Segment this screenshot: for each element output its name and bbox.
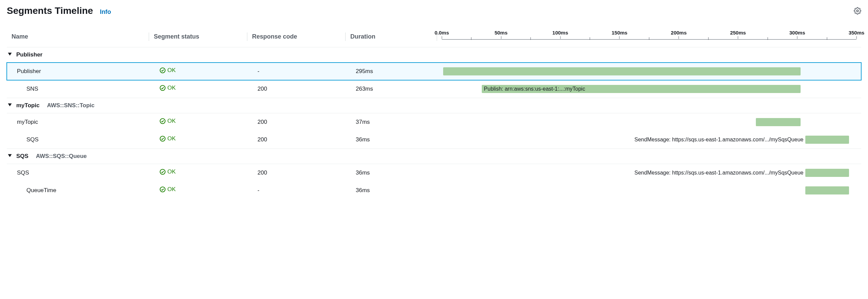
timeline-table: Name Segment status Response code Durati… — [7, 26, 861, 199]
segment-status: OK — [149, 115, 247, 129]
response-code: 200 — [247, 83, 346, 95]
page-header: Segments Timeline Info — [7, 5, 861, 16]
duration: 36ms — [346, 167, 437, 179]
timeline-bar[interactable] — [756, 118, 801, 126]
segment-name: SNS — [7, 83, 149, 95]
timeline-bar-cell: Publish: arn:aws:sns:us-east-1:...:myTop… — [437, 84, 861, 94]
response-code: - — [247, 184, 346, 197]
caret-down-icon[interactable] — [7, 153, 12, 160]
duration: 36ms — [346, 184, 437, 197]
axis-tick: 100ms — [552, 30, 568, 39]
duration: 37ms — [346, 116, 437, 128]
bar-label: Publish: arn:aws:sns:us-east-1:...:myTop… — [484, 86, 585, 92]
axis-tick: 250ms — [730, 30, 746, 39]
timeline-bar-cell — [437, 186, 861, 195]
group-name: Publisher — [16, 51, 42, 58]
timeline-bar-cell: SendMessage: https://sqs.us-east-1.amazo… — [437, 135, 861, 144]
group-header[interactable]: SQSAWS::SQS::Queue — [7, 148, 861, 164]
table-row[interactable]: QueueTimeOK-36ms — [7, 182, 861, 199]
group-name: SQS — [16, 153, 28, 160]
response-code: 200 — [247, 167, 346, 179]
axis-tick: 350ms — [849, 30, 865, 39]
segment-name: SQS — [7, 134, 149, 146]
segment-status: OK — [149, 133, 247, 146]
axis-tick: 300ms — [789, 30, 805, 39]
duration: 263ms — [346, 83, 437, 95]
caret-down-icon[interactable] — [7, 102, 12, 109]
caret-down-icon[interactable] — [7, 51, 12, 58]
group-type: AWS::SQS::Queue — [36, 153, 87, 160]
svg-point-0 — [856, 10, 859, 12]
segment-status: OK — [149, 64, 247, 78]
segment-name: Publisher — [7, 65, 149, 77]
group-type: AWS::SNS::Topic — [47, 102, 95, 109]
table-row[interactable]: SQSOK20036msSendMessage: https://sqs.us-… — [7, 164, 861, 182]
response-code: 200 — [247, 116, 346, 128]
page-title: Segments Timeline — [7, 5, 93, 16]
timeline-bar[interactable] — [805, 186, 849, 194]
group-name: myTopic — [16, 102, 40, 109]
timeline-bar[interactable]: Publish: arn:aws:sns:us-east-1:...:myTop… — [482, 85, 801, 93]
segment-name: QueueTime — [7, 184, 149, 197]
segment-status: OK — [149, 183, 247, 197]
axis-tick: 200ms — [671, 30, 687, 39]
axis-tick: 50ms — [495, 30, 508, 39]
info-link[interactable]: Info — [100, 8, 111, 16]
column-headers: Name Segment status Response code Durati… — [7, 26, 861, 47]
col-status: Segment status — [149, 30, 247, 44]
bar-label: SendMessage: https://sqs.us-east-1.amazo… — [635, 137, 804, 143]
gear-icon[interactable] — [854, 7, 861, 15]
table-row[interactable]: myTopicOK20037ms — [7, 113, 861, 131]
duration: 36ms — [346, 134, 437, 146]
axis-tick: 150ms — [612, 30, 627, 39]
col-response: Response code — [247, 30, 346, 44]
timeline-bar-cell: SendMessage: https://sqs.us-east-1.amazo… — [437, 168, 861, 178]
col-name: Name — [7, 30, 149, 44]
table-row[interactable]: SNSOK200263msPublish: arn:aws:sns:us-eas… — [7, 80, 861, 98]
response-code: 200 — [247, 134, 346, 146]
response-code: - — [247, 65, 346, 77]
segment-status: OK — [149, 82, 247, 96]
group-header[interactable]: Publisher — [7, 47, 861, 63]
timeline-bar[interactable] — [805, 169, 849, 177]
timeline-bar-cell — [437, 67, 861, 76]
timeline-bar-cell — [437, 117, 861, 127]
table-row[interactable]: PublisherOK-295ms — [7, 63, 861, 80]
timeline-bar[interactable] — [805, 136, 849, 144]
col-duration: Duration — [346, 30, 437, 44]
axis-tick: 0.0ms — [435, 30, 449, 39]
bar-label: SendMessage: https://sqs.us-east-1.amazo… — [635, 170, 804, 176]
duration: 295ms — [346, 65, 437, 77]
group-header[interactable]: myTopicAWS::SNS::Topic — [7, 98, 861, 113]
timeline-bar[interactable] — [443, 67, 801, 75]
col-timeline: 0.0ms50ms100ms150ms200ms250ms300ms350ms — [437, 26, 861, 47]
segment-status: OK — [149, 166, 247, 180]
table-row[interactable]: SQSOK20036msSendMessage: https://sqs.us-… — [7, 131, 861, 148]
segment-name: myTopic — [7, 116, 149, 128]
segment-name: SQS — [7, 167, 149, 179]
